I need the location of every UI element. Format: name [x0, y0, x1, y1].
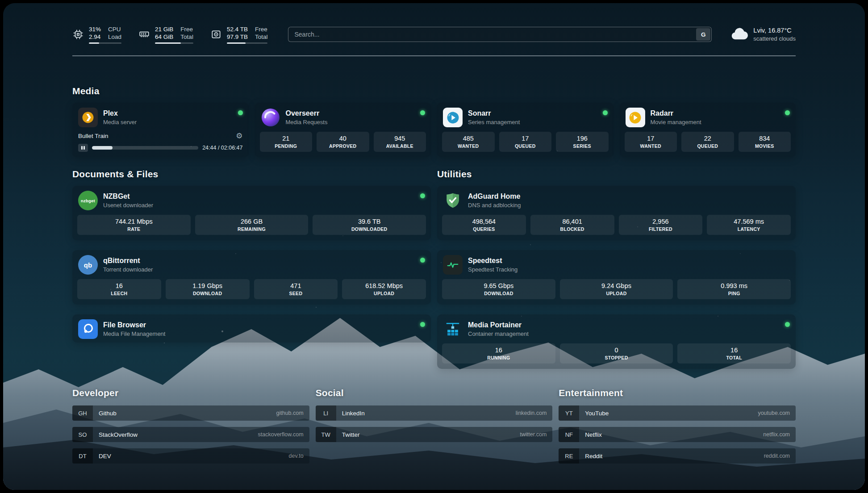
weather-text: Lviv, 16.87°C scattered clouds — [753, 26, 796, 42]
bookmark-url: linkedin.com — [516, 405, 552, 421]
bookmark-name: Reddit — [579, 448, 764, 464]
service-card-filebrowser[interactable]: File Browser Media File Management — [72, 314, 431, 343]
status-dot — [785, 322, 790, 327]
nzbget-icon-label: nzbget — [81, 198, 95, 203]
stat-label: FILTERED — [621, 226, 701, 232]
stat-label: STOPPED — [562, 355, 672, 360]
bookmark-abbr: SO — [72, 427, 93, 442]
adguard-header[interactable]: AdGuard Home DNS and adblocking — [437, 186, 796, 214]
settings-gear-icon[interactable]: ⚙ — [236, 132, 242, 140]
sonarr-header[interactable]: Sonarr Series management — [437, 103, 613, 131]
stat-wanted: 485 WANTED — [442, 132, 495, 152]
service-subtitle: Media File Management — [103, 330, 415, 338]
stat-value: 0.993 ms — [679, 282, 789, 290]
header-divider — [72, 55, 796, 56]
stat-label: QUEUED — [683, 143, 732, 149]
background-snow-specks — [3, 3, 4, 4]
portainer-header[interactable]: Media Portainer Container management — [437, 314, 796, 343]
stat-value: 16 — [444, 346, 554, 354]
radarr-stats: 17 WANTED 22 QUEUED 834 MOVIES — [620, 131, 796, 157]
service-card-radarr[interactable]: Radarr Movie management 17 WANTED 22 QUE… — [620, 103, 796, 157]
bookmark-name: StackOverflow — [93, 427, 258, 442]
nzbget-header[interactable]: nzbget NZBGet Usenet downloader — [72, 186, 431, 214]
service-card-plex[interactable]: Plex Media server Bullet Train ⚙ — [72, 103, 249, 157]
radarr-icon — [626, 108, 645, 127]
stat-remaining: 266 GB REMAINING — [195, 215, 309, 235]
stat-running: 16 RUNNING — [442, 343, 555, 363]
bookmark-youtube[interactable]: YT YouTube youtube.com — [559, 405, 796, 421]
filebrowser-title-block: File Browser Media File Management — [103, 321, 415, 338]
service-card-qbittorrent[interactable]: qb qBittorrent Torrent downloader 16 LEE… — [72, 250, 431, 305]
stat-label: APPROVED — [318, 143, 367, 149]
service-card-portainer[interactable]: Media Portainer Container management 16 … — [437, 314, 796, 369]
stat-value: 86,401 — [532, 217, 613, 226]
bookmark-stackoverflow[interactable]: SO StackOverflow stackoverflow.com — [72, 427, 309, 442]
stat-ping: 0.993 ms PING — [677, 279, 791, 299]
playback-progress-fill — [92, 146, 113, 150]
now-playing-title: Bullet Train — [78, 133, 108, 139]
service-card-overseerr[interactable]: Overseerr Media Requests 21 PENDING 40 A… — [255, 103, 431, 157]
filebrowser-header[interactable]: File Browser Media File Management — [72, 314, 431, 343]
section-title-social: Social — [316, 388, 553, 398]
service-name: Radarr — [651, 109, 780, 118]
status-dot — [785, 110, 790, 115]
service-subtitle: Movie management — [651, 118, 780, 126]
stat-filtered: 2,956 FILTERED — [619, 215, 703, 235]
cpu-label-top: CPU — [108, 25, 121, 33]
cpu-progress-fill — [89, 42, 99, 44]
memory-progress-track — [155, 42, 193, 44]
memory-widget-body: 21 GiB 64 GiB Free Total — [155, 25, 193, 44]
stat-label: SEED — [256, 291, 336, 296]
disk-widget: 52.4 TB 97.9 TB Free Total — [210, 25, 268, 44]
stat-pending: 21 PENDING — [260, 132, 313, 152]
stat-upload: 9.24 Gbps UPLOAD — [560, 279, 673, 299]
bookmark-name: Netflix — [579, 427, 763, 442]
radarr-header[interactable]: Radarr Movie management — [620, 103, 796, 131]
stat-label: QUEUED — [501, 143, 550, 149]
bookmark-twitter[interactable]: TW Twitter twitter.com — [316, 427, 553, 442]
stat-label: QUERIES — [444, 226, 524, 232]
adguard-title-block: AdGuard Home DNS and adblocking — [468, 192, 790, 209]
qbittorrent-header[interactable]: qb qBittorrent Torrent downloader — [72, 250, 431, 278]
overseerr-title-block: Overseerr Media Requests — [286, 109, 415, 126]
stat-value: 945 — [376, 134, 425, 142]
stat-leech: 16 LEECH — [77, 279, 161, 299]
pause-button[interactable] — [78, 144, 88, 152]
bookmark-reddit[interactable]: RE Reddit reddit.com — [559, 448, 796, 464]
search-provider-button[interactable]: G — [696, 28, 710, 41]
stat-value: 2,956 — [621, 217, 701, 226]
bookmark-dev[interactable]: DT DEV dev.to — [72, 448, 309, 464]
playback-progress-track — [92, 146, 198, 150]
weather-location: Lviv, 16.87°C — [753, 26, 796, 35]
plex-title-block: Plex Media server — [103, 109, 233, 126]
bookmark-url: dev.to — [289, 448, 309, 464]
search-input[interactable] — [288, 27, 712, 42]
stat-downloaded: 39.6 TB DOWNLOADED — [313, 215, 426, 235]
plex-icon — [78, 108, 98, 127]
nzbget-title-block: NZBGet Usenet downloader — [103, 192, 415, 209]
overseerr-stats: 21 PENDING 40 APPROVED 945 AVAILABLE — [255, 131, 431, 157]
overseerr-header[interactable]: Overseerr Media Requests — [255, 103, 431, 131]
service-subtitle: Media server — [103, 118, 233, 126]
stat-value: 744.21 Mbps — [79, 217, 189, 226]
bookmark-github[interactable]: GH Github github.com — [72, 405, 309, 421]
disk-value-column: 52.4 TB 97.9 TB — [227, 25, 248, 41]
stat-upload: 618.52 Mbps UPLOAD — [342, 279, 426, 299]
service-card-adguard[interactable]: AdGuard Home DNS and adblocking 498,564 … — [437, 186, 796, 240]
weather-widget: Lviv, 16.87°C scattered clouds — [730, 26, 796, 42]
bookmark-netflix[interactable]: NF Netflix netflix.com — [559, 427, 796, 442]
documents-column: Documents & Files nzbget NZBGet Usenet d… — [72, 169, 431, 343]
service-card-speedtest[interactable]: Speedtest Speedtest Tracking 9.65 Gbps D… — [437, 250, 796, 305]
bookmark-linkedin[interactable]: LI LinkedIn linkedin.com — [316, 405, 553, 421]
service-name: qBittorrent — [103, 256, 415, 265]
speedtest-icon — [443, 255, 463, 275]
plex-header[interactable]: Plex Media server — [72, 103, 249, 131]
weather-condition: scattered clouds — [753, 35, 796, 42]
speedtest-header[interactable]: Speedtest Speedtest Tracking — [437, 250, 796, 278]
stat-download: 1.19 Gbps DOWNLOAD — [166, 279, 250, 299]
service-card-sonarr[interactable]: Sonarr Series management 485 WANTED 17 Q… — [437, 103, 613, 157]
service-subtitle: Media Requests — [286, 118, 415, 126]
cpu-load-average: 2.94 — [89, 33, 101, 41]
service-subtitle: Container management — [468, 330, 780, 338]
service-card-nzbget[interactable]: nzbget NZBGet Usenet downloader 744.21 M… — [72, 186, 431, 240]
